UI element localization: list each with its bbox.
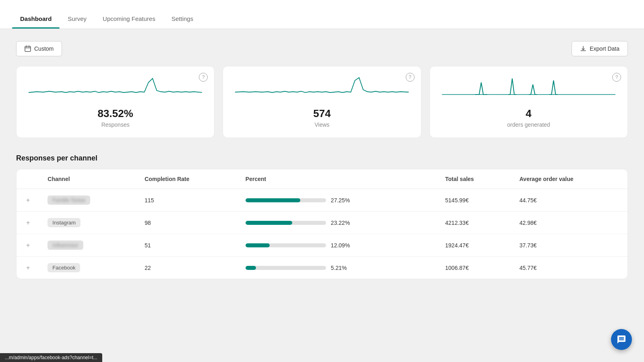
- progress-bar-fill: [246, 198, 300, 202]
- expand-row-button[interactable]: +: [25, 242, 31, 249]
- col-header-avg-order: Average order value: [512, 169, 628, 189]
- col-header-channel: Channel: [39, 169, 136, 189]
- tab-upcoming-features[interactable]: Upcoming Features: [95, 15, 163, 29]
- metric-card-views: ? 574 Views: [223, 66, 421, 138]
- nav-tabs: Dashboard Survey Upcoming Features Setti…: [12, 0, 201, 29]
- orders-value: 4: [442, 107, 615, 120]
- completion-rate-cell: 22: [136, 257, 237, 279]
- orders-chart: [442, 74, 615, 103]
- total-sales-cell: 4212.33€: [437, 212, 511, 234]
- total-sales-cell: 5145.99€: [437, 189, 511, 212]
- channel-tag[interactable]: Influenceur: [47, 241, 83, 250]
- expand-row-button[interactable]: +: [25, 264, 31, 271]
- percent-label: 27.25%: [331, 197, 350, 204]
- avg-order-cell: 42.98€: [512, 212, 628, 234]
- col-header-total-sales: Total sales: [437, 169, 511, 189]
- responses-value: 83.52%: [29, 107, 202, 120]
- metric-card-orders: ? 4 orders generated: [429, 66, 628, 138]
- help-icon-orders[interactable]: ?: [612, 73, 621, 82]
- channel-tag[interactable]: Instagram: [47, 218, 80, 227]
- calendar-icon: [25, 45, 31, 52]
- export-icon: [580, 45, 586, 52]
- toolbar: Custom Export Data: [16, 41, 628, 56]
- help-icon-responses[interactable]: ?: [199, 73, 208, 82]
- total-sales-cell: 1006.87€: [437, 257, 511, 279]
- views-chart: [235, 74, 409, 103]
- orders-label: orders generated: [442, 121, 615, 128]
- metric-card-responses: ? 83.52% Responses: [16, 66, 215, 138]
- channel-tag[interactable]: Facebook: [47, 263, 80, 272]
- status-bar: ...m/admin/apps/facebook-ads?channel=t..…: [0, 353, 102, 362]
- col-header-percent: Percent: [237, 169, 437, 189]
- tab-survey[interactable]: Survey: [60, 15, 95, 29]
- main-content: Custom Export Data ?: [0, 29, 644, 291]
- responses-per-channel-table-card: Channel Completion Rate Percent Total sa…: [16, 169, 628, 279]
- help-icon-views[interactable]: ?: [406, 73, 415, 82]
- progress-bar-track: [246, 221, 326, 225]
- progress-bar-container: 5.21%: [246, 265, 429, 271]
- table-row: +Facebook22 5.21% 1006.87€45.77€: [17, 257, 627, 279]
- export-data-button[interactable]: Export Data: [572, 41, 628, 56]
- section-title-responses-per-channel: Responses per channel: [16, 154, 628, 162]
- completion-rate-cell: 51: [136, 234, 237, 257]
- avg-order-cell: 44.75€: [512, 189, 628, 212]
- progress-bar-fill: [246, 221, 292, 225]
- completion-rate-cell: 115: [136, 189, 237, 212]
- percent-cell: 27.25%: [237, 189, 437, 212]
- percent-cell: 23.22%: [237, 212, 437, 234]
- percent-label: 23.22%: [331, 220, 350, 226]
- responses-chart: [29, 74, 202, 103]
- responses-label: Responses: [29, 121, 202, 128]
- progress-bar-container: 27.25%: [246, 197, 429, 204]
- progress-bar-track: [246, 243, 326, 247]
- avg-order-cell: 37.73€: [512, 234, 628, 257]
- avg-order-cell: 45.77€: [512, 257, 628, 279]
- progress-bar-track: [246, 266, 326, 270]
- responses-per-channel-table: Channel Completion Rate Percent Total sa…: [17, 169, 627, 279]
- progress-bar-track: [246, 198, 326, 202]
- top-nav: Dashboard Survey Upcoming Features Setti…: [0, 0, 644, 29]
- percent-cell: 12.09%: [237, 234, 437, 257]
- metric-cards: ? 83.52% Responses ? 574 Views: [16, 66, 628, 138]
- table-row: +Instagram98 23.22% 4212.33€42.98€: [17, 212, 627, 234]
- tab-dashboard[interactable]: Dashboard: [12, 15, 60, 29]
- tab-settings[interactable]: Settings: [163, 15, 201, 29]
- chat-bubble-button[interactable]: [611, 329, 632, 350]
- table-header-row: Channel Completion Rate Percent Total sa…: [17, 169, 627, 189]
- total-sales-cell: 1924.47€: [437, 234, 511, 257]
- views-value: 574: [235, 107, 409, 120]
- percent-label: 5.21%: [331, 265, 347, 271]
- table-row: +Influenceur51 12.09% 1924.47€37.73€: [17, 234, 627, 257]
- expand-row-button[interactable]: +: [25, 197, 31, 204]
- app-container: Dashboard Survey Upcoming Features Setti…: [0, 0, 644, 362]
- col-header-completion-rate: Completion Rate: [136, 169, 237, 189]
- completion-rate-cell: 98: [136, 212, 237, 234]
- col-header-expand: [17, 169, 39, 189]
- svg-rect-0: [25, 46, 31, 51]
- table-row: +Famille Tortue115 27.25% 5145.99€44.75€: [17, 189, 627, 212]
- progress-bar-fill: [246, 243, 270, 247]
- expand-row-button[interactable]: +: [25, 219, 31, 226]
- channel-tag[interactable]: Famille Tortue: [47, 195, 90, 205]
- progress-bar-container: 23.22%: [246, 220, 429, 226]
- percent-cell: 5.21%: [237, 257, 437, 279]
- progress-bar-container: 12.09%: [246, 242, 429, 249]
- views-label: Views: [235, 121, 409, 128]
- custom-date-button[interactable]: Custom: [16, 41, 62, 56]
- progress-bar-fill: [246, 266, 256, 270]
- percent-label: 12.09%: [331, 242, 350, 249]
